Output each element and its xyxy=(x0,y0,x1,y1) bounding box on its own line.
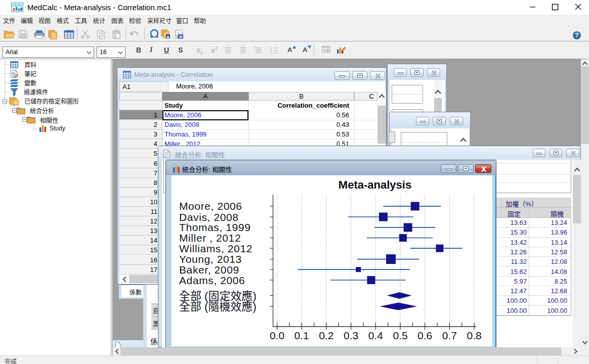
svg-text:Baker, 2009: Baker, 2009 xyxy=(179,264,239,276)
svg-text:0.0: 0.0 xyxy=(270,330,284,341)
svg-text:0.1: 0.1 xyxy=(294,330,309,341)
svg-text:0.4: 0.4 xyxy=(368,330,384,341)
svg-text:0.8: 0.8 xyxy=(467,330,481,341)
svg-text:全部 (隨機效應): 全部 (隨機效應) xyxy=(179,300,257,313)
svg-text:0.2: 0.2 xyxy=(319,330,333,341)
svg-text:Williams, 2012: Williams, 2012 xyxy=(179,243,253,254)
svg-text:0.5: 0.5 xyxy=(393,330,407,341)
svg-text:0.6: 0.6 xyxy=(417,330,432,341)
svg-text:Moore, 2006: Moore, 2006 xyxy=(179,200,242,212)
svg-text:0.7: 0.7 xyxy=(442,330,457,341)
svg-text:Thomas, 1999: Thomas, 1999 xyxy=(179,221,250,233)
svg-text:Adams, 2006: Adams, 2006 xyxy=(179,275,245,286)
svg-text:Miller , 2012: Miller , 2012 xyxy=(179,232,241,244)
svg-text:Meta-analysis: Meta-analysis xyxy=(339,178,411,191)
svg-text:W: W xyxy=(179,35,183,38)
svg-text:Davis, 2008: Davis, 2008 xyxy=(179,211,239,223)
svg-text:0.3: 0.3 xyxy=(344,330,358,341)
